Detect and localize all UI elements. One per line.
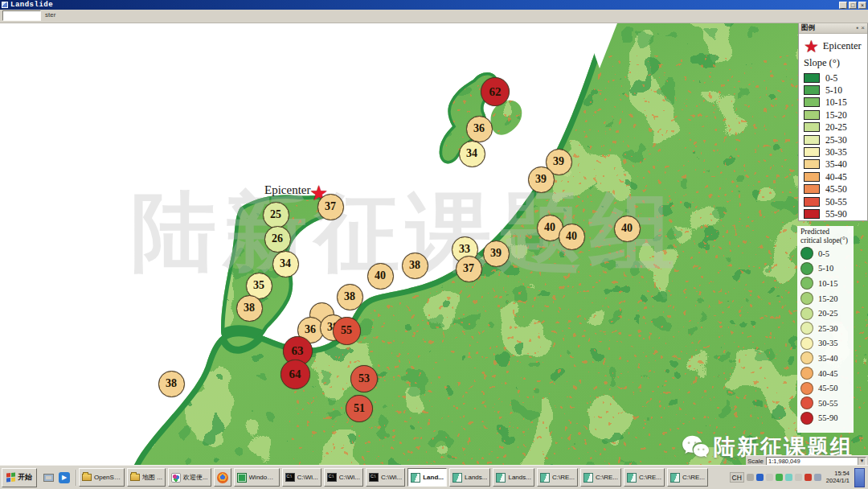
legend-item: 25-30 — [804, 134, 864, 146]
slope-marker: 25 — [263, 202, 289, 228]
taskbar-button[interactable]: C:\Wi... — [324, 468, 363, 487]
legend-item: 50-55 — [800, 396, 851, 411]
taskbar-divider — [76, 470, 76, 486]
slope-legend-items: 0-55-1010-1515-2020-2525-3030-3535-4040-… — [804, 72, 864, 220]
legend-item-label: 40-45 — [818, 369, 838, 378]
arrow-up-icon[interactable] — [766, 474, 773, 481]
legend-item-label: 45-50 — [825, 184, 847, 194]
cmd-icon — [327, 473, 337, 482]
taskbar-button-label: Land... — [423, 474, 444, 481]
network-icon[interactable] — [814, 474, 821, 481]
legend-item: 0-5 — [804, 72, 864, 84]
firefox-icon — [217, 472, 228, 483]
legend-item: 25-30 — [800, 321, 851, 336]
legend-item: 15-20 — [804, 109, 864, 121]
toolbar-combo-box[interactable] — [2, 10, 41, 21]
taskbar-button[interactable]: Lands... — [493, 468, 534, 487]
legend-panel: 图例 ▪ × ★ Epicenter Slope (°) 0-55-1010-1… — [798, 23, 868, 221]
window-title: Landslide — [10, 1, 53, 9]
taskbar-button[interactable]: Lands... — [449, 468, 490, 487]
taskbar-button[interactable]: C:\Wi... — [282, 468, 321, 487]
map-app-icon — [627, 473, 637, 483]
legend-item-label: 5-10 — [818, 264, 833, 273]
legend-star-icon: ★ — [804, 38, 819, 55]
language-indicator[interactable]: CH — [730, 472, 744, 483]
legend-circle-swatch — [800, 397, 813, 409]
chevron-down-icon[interactable]: ▼ — [858, 458, 866, 465]
legend-item: 55-90 — [800, 411, 851, 426]
legend-title: 图例 — [801, 23, 815, 33]
green-status-icon[interactable] — [776, 474, 783, 481]
taskbar-button[interactable]: 地图 ... — [127, 468, 166, 487]
legend-item-label: 5-10 — [825, 85, 842, 95]
epicenter-label: Epicenter — [264, 183, 310, 197]
taskbar-button[interactable]: OpenSees — [79, 468, 125, 487]
terrain-map — [0, 23, 868, 465]
taskbar-button[interactable]: 欢迎使... — [168, 468, 211, 487]
slope-marker: 26 — [264, 226, 291, 253]
slope-marker: 40 — [559, 224, 585, 250]
legend-item: 0-5 — [800, 246, 851, 261]
slope-marker: 38 — [402, 253, 428, 279]
legend-item: 55-90 — [804, 208, 864, 220]
legend-swatch — [804, 110, 820, 120]
slope-marker: 34 — [272, 251, 299, 277]
legend-circle-swatch — [800, 307, 813, 320]
taskbar-button-label: Lands... — [465, 474, 487, 481]
legend-item-label: 50-55 — [825, 197, 847, 207]
map-app-icon — [583, 473, 593, 483]
pin-icon[interactable]: ▪ — [856, 25, 858, 31]
flag-icon[interactable] — [795, 474, 802, 481]
taskbar-button[interactable]: C:\RE... — [624, 468, 665, 487]
taskbar-button-label: 地图 ... — [142, 473, 162, 482]
maximize-button[interactable]: □ — [849, 2, 857, 9]
taskbar-button[interactable]: Window... — [234, 468, 280, 487]
legend-item-label: 30-35 — [825, 147, 847, 157]
legend-circle-swatch — [800, 412, 813, 425]
show-desktop-strip[interactable] — [854, 468, 865, 487]
slope-marker: 40 — [614, 216, 641, 242]
taskbar-button[interactable] — [214, 468, 231, 487]
red-badge-icon[interactable] — [805, 474, 812, 481]
close-button[interactable]: × — [858, 2, 866, 9]
show-desktop-icon[interactable] — [42, 471, 55, 485]
legend-close-icon[interactable]: × — [861, 25, 865, 31]
cmd-icon — [369, 473, 379, 482]
taskbar-button-label: C:\RE... — [682, 474, 705, 481]
legend-swatch — [804, 197, 820, 207]
legend-swatch — [804, 73, 820, 83]
map-app-icon — [452, 473, 462, 483]
slope-marker: 37 — [317, 194, 344, 220]
map-app-icon — [411, 473, 420, 483]
media-player-icon[interactable]: ▶ — [58, 471, 71, 485]
legend-item-label: 35-40 — [818, 354, 838, 363]
legend-item: 20-25 — [804, 121, 864, 134]
toolbar-text: ster — [45, 11, 55, 18]
legend-item-label: 55-90 — [818, 413, 838, 422]
slope-marker: 40 — [367, 263, 394, 290]
taskbar-button-label: C:\Wi... — [381, 474, 402, 481]
taskbar-button[interactable]: C:\Wi... — [366, 468, 405, 487]
slope-marker: 64 — [280, 360, 310, 389]
app-icon — [2, 2, 8, 8]
legend-header[interactable]: 图例 ▪ × — [799, 23, 867, 34]
taskbar-button-label: C:\RE... — [596, 474, 618, 481]
legend-item: 40-45 — [800, 366, 851, 381]
clock[interactable]: 15:54 2024/1/1 — [826, 471, 850, 484]
taskbar-button[interactable]: C:\RE... — [580, 468, 621, 487]
slope-marker: 37 — [456, 256, 482, 282]
legend-item-label: 35-40 — [825, 159, 847, 169]
legend-circle-swatch — [800, 277, 813, 290]
taskbar-button[interactable]: C:\RE... — [667, 468, 708, 487]
tray-date: 2024/1/1 — [826, 477, 850, 484]
speaker-icon[interactable] — [747, 474, 754, 481]
taskbar-button[interactable]: Land... — [407, 468, 447, 487]
legend-item: 40-45 — [804, 171, 864, 183]
teal-app-icon[interactable] — [785, 474, 792, 481]
start-button[interactable]: 开始 — [2, 468, 37, 487]
minimize-button[interactable]: _ — [839, 2, 847, 9]
taskbar-button[interactable]: C:\RE... — [537, 468, 578, 487]
slope-legend-title: Slope (°) — [804, 57, 864, 69]
toolbar: ster — [0, 10, 868, 23]
blue-globe-icon[interactable] — [756, 474, 764, 481]
